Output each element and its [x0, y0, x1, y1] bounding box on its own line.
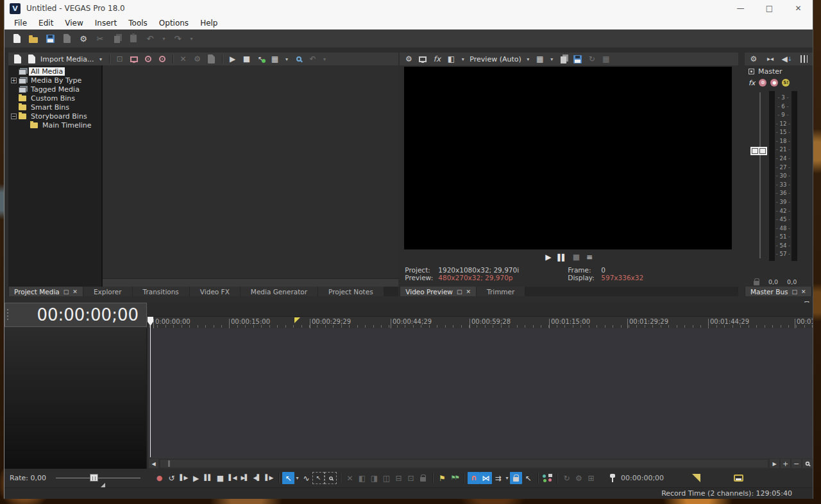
open-project-button[interactable]: [28, 33, 39, 44]
loop-playback-button[interactable]: ↺: [165, 472, 178, 484]
insert-marker-button[interactable]: ⚑: [436, 472, 448, 484]
capture-video-icon[interactable]: [129, 54, 139, 64]
menu-item[interactable]: Insert: [89, 17, 123, 29]
ruler-bar[interactable]: 0:00:00:0000:00:15:0000:00:29;2900:00:44…: [148, 316, 813, 328]
overlays-grid-icon[interactable]: ▦: [535, 54, 545, 64]
menu-item[interactable]: Options: [153, 17, 194, 29]
project-properties-button[interactable]: ⚙: [78, 33, 89, 44]
zoom-edit-tool-button[interactable]: [325, 472, 337, 484]
zoom-in-button[interactable]: +: [781, 459, 790, 468]
auto-preview-toggle[interactable]: ↖: [256, 54, 266, 64]
zoom-out-button[interactable]: −: [791, 459, 801, 468]
close-tab-icon[interactable]: ✕: [72, 289, 78, 295]
normal-edit-tool-button[interactable]: ↖: [282, 472, 294, 484]
save-snapshot-icon[interactable]: [573, 54, 583, 64]
track-list-panel[interactable]: [4, 328, 147, 469]
tab-video-preview[interactable]: Video Preview □ ✕: [400, 287, 476, 296]
cursor-timecode[interactable]: 00:00:00;00: [621, 474, 664, 482]
panel-tab[interactable]: Transitions: [133, 287, 189, 296]
panel-tab[interactable]: Media Generator: [241, 287, 317, 296]
tree-item[interactable]: All Media: [8, 67, 101, 76]
scrollbar-thumb[interactable]: [168, 460, 170, 467]
tree-item[interactable]: Tagged Media: [8, 85, 101, 94]
maximize-button[interactable]: □: [755, 0, 784, 17]
save-project-button[interactable]: [44, 33, 56, 44]
panel-tab[interactable]: Explorer: [83, 287, 132, 296]
preview-menu-icon[interactable]: ≡: [586, 253, 593, 262]
go-to-end-button[interactable]: ▶▌: [239, 472, 251, 484]
timeline-canvas[interactable]: [148, 328, 813, 458]
menu-item[interactable]: File: [8, 17, 33, 29]
next-frame-button[interactable]: ▌▶: [263, 472, 275, 484]
envelope-edit-tool-button[interactable]: ∿: [300, 472, 312, 484]
fx-plugin-s-icon[interactable]: S!: [782, 79, 790, 87]
menu-item[interactable]: Edit: [33, 17, 59, 29]
cursor-marker-icon[interactable]: [294, 317, 300, 323]
import-media-icon[interactable]: [12, 54, 22, 64]
go-to-start-button[interactable]: ▌◀: [226, 472, 239, 484]
track-grouping-button[interactable]: [541, 472, 554, 484]
scrollbar-track[interactable]: [160, 460, 768, 467]
insert-region-button[interactable]: ⚑⚑: [448, 472, 461, 484]
import-media-button[interactable]: Import Media...: [40, 55, 94, 63]
import-media-dropdown-icon[interactable]: ▾: [98, 56, 104, 62]
preview-quality-button[interactable]: Preview (Auto): [470, 55, 521, 63]
close-button[interactable]: ✕: [784, 0, 813, 17]
split-screen-dropdown-icon[interactable]: ▾: [460, 56, 466, 62]
zoom-tool-button[interactable]: [802, 459, 812, 468]
menu-item[interactable]: Tools: [123, 17, 153, 29]
fx-plugin-dot-icon[interactable]: ●: [770, 79, 778, 87]
stop-preview-button[interactable]: ■: [242, 54, 252, 64]
rate-reset-icon[interactable]: [101, 483, 105, 487]
panel-tab[interactable]: Trimmer: [477, 287, 525, 296]
search-media-icon[interactable]: [294, 54, 304, 64]
volume-fader-handle[interactable]: [750, 147, 767, 155]
minimize-button[interactable]: —: [726, 0, 755, 17]
record-button[interactable]: ●: [153, 472, 165, 484]
tree-item[interactable]: − Storyboard Bins: [8, 112, 101, 121]
ignore-event-grouping-toggle[interactable]: ↖: [522, 472, 534, 484]
menu-item[interactable]: View: [59, 17, 89, 29]
ripple-edit-toggle[interactable]: ⇉: [492, 472, 504, 484]
tree-expander-icon[interactable]: −: [11, 113, 17, 119]
preview-play-button[interactable]: ▶: [545, 253, 551, 262]
panel-tab[interactable]: Project Notes: [318, 287, 384, 296]
master-fx-icon[interactable]: fx: [749, 79, 755, 87]
copy-snapshot-icon[interactable]: [559, 54, 569, 64]
edit-tool-dropdown-icon[interactable]: ▾: [294, 475, 300, 481]
pause-button[interactable]: ▌▌: [202, 472, 214, 484]
mixer-controls-icon[interactable]: [799, 54, 809, 64]
import-project-media-icon[interactable]: [26, 54, 37, 64]
media-list-area[interactable]: [103, 65, 398, 287]
snap-toggle[interactable]: ∪: [468, 472, 480, 484]
tree-item[interactable]: Main Timeline: [8, 121, 101, 130]
fader-lock-icon[interactable]: [754, 281, 759, 285]
external-monitor-icon[interactable]: [418, 54, 428, 64]
mixer-properties-icon[interactable]: ⚙: [749, 54, 759, 64]
tab-master-bus[interactable]: Master Bus □ ✕: [745, 287, 811, 296]
ripple-edit-dropdown-icon[interactable]: ▾: [504, 475, 510, 481]
panel-tab[interactable]: Video FX: [190, 287, 240, 296]
timeline-ruler[interactable]: 0:00:00:0000:00:15:0000:00:29;2900:00:44…: [148, 303, 813, 328]
menu-item[interactable]: Help: [194, 17, 223, 29]
scroll-right-button[interactable]: ▶: [770, 459, 779, 468]
rate-slider-track[interactable]: [56, 478, 140, 478]
selection-edit-tool-button[interactable]: ↖: [312, 472, 325, 484]
play-from-start-button[interactable]: ▌▶: [178, 472, 190, 484]
stop-button[interactable]: ■: [214, 472, 226, 484]
downmix-output-icon[interactable]: ▸◂: [765, 54, 775, 64]
tab-project-media[interactable]: Project Media □ ✕: [9, 287, 83, 296]
lock-envelopes-toggle[interactable]: [510, 472, 522, 484]
new-project-button[interactable]: [11, 33, 22, 44]
float-window-icon[interactable]: □: [792, 289, 798, 295]
volume-fader-track[interactable]: [759, 92, 761, 258]
storyboard-overlay-icon[interactable]: [734, 475, 743, 482]
overlays-dropdown-icon[interactable]: ▾: [549, 56, 555, 62]
play-button[interactable]: ▶: [190, 472, 202, 484]
get-media-web-icon[interactable]: [157, 54, 167, 64]
views-dropdown-icon[interactable]: ▾: [284, 56, 290, 62]
split-screen-icon[interactable]: ◧: [446, 54, 456, 64]
tree-item[interactable]: Custom Bins: [8, 94, 101, 103]
video-output-fx-icon[interactable]: fx: [432, 54, 442, 64]
close-tab-icon[interactable]: ✕: [801, 289, 806, 295]
